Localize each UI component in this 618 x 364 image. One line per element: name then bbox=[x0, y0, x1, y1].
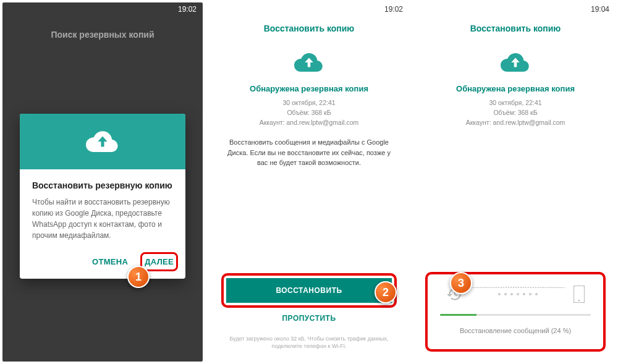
backup-found-title: Обнаружена резервная копия bbox=[456, 84, 575, 93]
status-bar: 19:04 bbox=[415, 2, 616, 16]
phone-screen-1: 19:02 Поиск резервных копий Восстановить… bbox=[2, 2, 203, 362]
step-badge-3: 3 bbox=[450, 272, 472, 294]
screen-title: Восстановить копию bbox=[415, 16, 616, 46]
status-bar: 19:02 bbox=[209, 2, 409, 16]
status-time: 19:04 bbox=[591, 5, 609, 14]
dialog-actions: ОТМЕНА ДАЛЕЕ bbox=[20, 247, 185, 279]
dialog-header bbox=[20, 114, 185, 169]
backup-date: 30 октября, 22:41 bbox=[260, 98, 359, 108]
dialog-title: Восстановить резервную копию bbox=[32, 180, 173, 190]
status-time: 19:02 bbox=[384, 5, 403, 14]
backup-account: Аккаунт: and.rew.lptw@gmail.com bbox=[260, 118, 359, 128]
footer-text: Будет загружено около 32 кБ. Чтобы снизи… bbox=[221, 335, 397, 350]
restore-message: Восстановить сообщения и медиафайлы с Go… bbox=[221, 137, 397, 168]
status-time: 19:02 bbox=[178, 5, 197, 14]
transfer-dots bbox=[462, 293, 574, 295]
backup-date: 30 октября, 22:41 bbox=[466, 98, 565, 108]
cloud-upload-icon bbox=[294, 52, 324, 75]
backup-info: 30 октября, 22:41 Объём: 368 кБ Аккаунт:… bbox=[260, 98, 359, 127]
content-area: Обнаружена резервная копия 30 октября, 2… bbox=[209, 46, 409, 273]
phone-screen-2: 19:02 Восстановить копию Обнаружена резе… bbox=[209, 2, 409, 362]
status-bar: 19:02 bbox=[2, 2, 203, 16]
cloud-upload-icon bbox=[501, 52, 530, 75]
backup-account: Аккаунт: and.rew.lptw@gmail.com bbox=[466, 118, 565, 128]
skip-button[interactable]: ПРОПУСТИТЬ bbox=[221, 308, 397, 329]
dialog-body: Восстановить резервную копию Чтобы найти… bbox=[20, 169, 185, 247]
step-badge-1: 1 bbox=[127, 266, 150, 288]
restore-dialog: Восстановить резервную копию Чтобы найти… bbox=[20, 114, 185, 279]
phone-screen-3: 19:04 Восстановить копию Обнаружена резе… bbox=[415, 2, 616, 362]
progress-text: Восстановление сообщений (24 %) bbox=[440, 327, 591, 334]
content-area: Обнаружена резервная копия 30 октября, 2… bbox=[415, 46, 616, 272]
progress-bar bbox=[440, 314, 591, 316]
backup-size: Объём: 368 кБ bbox=[466, 108, 565, 118]
restore-button[interactable]: ВОССТАНОВИТЬ bbox=[226, 278, 392, 303]
backup-size: Объём: 368 кБ bbox=[260, 108, 359, 118]
cancel-button[interactable]: ОТМЕНА bbox=[85, 252, 135, 271]
svg-point-1 bbox=[578, 300, 580, 302]
backup-info: 30 октября, 22:41 Объём: 368 кБ Аккаунт:… bbox=[466, 98, 565, 127]
backup-found-title: Обнаружена резервная копия bbox=[250, 84, 368, 93]
cloud-upload-icon bbox=[86, 130, 119, 153]
step-badge-2: 2 bbox=[375, 281, 397, 303]
screen-title: Восстановить копию bbox=[209, 16, 409, 46]
dialog-text: Чтобы найти и восстановить резервную коп… bbox=[32, 197, 173, 241]
highlight-restore: ВОССТАНОВИТЬ bbox=[221, 273, 397, 308]
phone-icon bbox=[574, 286, 585, 303]
progress-fill bbox=[440, 314, 476, 316]
screen-title: Поиск резервных копий bbox=[2, 16, 203, 53]
